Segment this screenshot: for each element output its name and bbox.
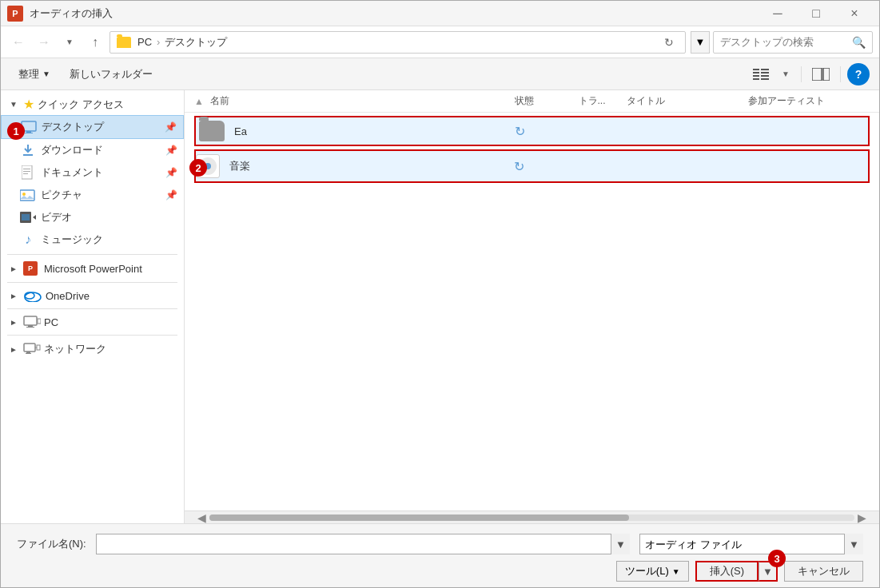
- toolbar: 整理 ▼ 新しいフォルダー ▼ ?: [1, 58, 879, 90]
- search-box: 🔍: [713, 31, 873, 54]
- scroll-left[interactable]: ◀: [197, 511, 206, 524]
- network-icon: [23, 343, 41, 356]
- address-dropdown[interactable]: ▼: [691, 31, 710, 54]
- file-list: 2 Ea ↻: [185, 113, 879, 511]
- filetype-select[interactable]: オーディオ ファイル: [639, 534, 863, 554]
- bottom-bar: ファイル名(N): ▼ オーディオ ファイル ▼ ツール(L) ▼: [1, 523, 879, 587]
- sidebar-section-ppt[interactable]: ► P Microsoft PowerPoint: [1, 258, 184, 279]
- svg-rect-24: [24, 316, 37, 325]
- up-button[interactable]: ↑: [84, 31, 106, 54]
- svg-rect-9: [823, 68, 830, 81]
- label-badge-2: 2: [189, 159, 207, 177]
- col-artist[interactable]: 参加アーティスト: [748, 94, 870, 108]
- scrollbar-track[interactable]: [209, 514, 854, 521]
- download-icon: [20, 144, 36, 157]
- address-refresh[interactable]: ↻: [659, 33, 679, 52]
- col-title[interactable]: タイトル: [627, 94, 748, 108]
- sidebar-item-video[interactable]: ビデオ: [1, 206, 184, 228]
- new-folder-label: 新しいフォルダー: [70, 67, 153, 81]
- svg-rect-30: [26, 353, 31, 354]
- tools-arrow: ▼: [672, 567, 680, 576]
- col-status[interactable]: 状態: [515, 94, 579, 108]
- svg-rect-16: [23, 173, 28, 174]
- svg-rect-21: [22, 214, 30, 220]
- sidebar-item-video-label: ビデオ: [41, 210, 72, 224]
- onedrive-icon: [23, 289, 42, 302]
- preview-button[interactable]: [808, 62, 834, 86]
- svg-rect-31: [37, 345, 40, 350]
- help-button[interactable]: ?: [847, 63, 870, 85]
- address-arrow-1: ›: [157, 36, 160, 48]
- view-dropdown[interactable]: ▼: [777, 62, 794, 86]
- sidebar-item-music-label: ミュージック: [41, 232, 103, 247]
- sidebar-section-pc[interactable]: ► PC: [1, 312, 184, 332]
- close-button[interactable]: ×: [836, 1, 873, 26]
- column-headers: ▲ 名前 状態 トラ... タイトル 参加アーティスト: [185, 90, 879, 113]
- address-box[interactable]: PC › デスクトップ ↻: [110, 31, 686, 54]
- new-folder-button[interactable]: 新しいフォルダー: [62, 62, 161, 86]
- scroll-right[interactable]: ▶: [858, 511, 866, 524]
- forward-button[interactable]: →: [33, 31, 55, 54]
- search-input[interactable]: [720, 36, 849, 48]
- label-badge-3: 3: [768, 550, 786, 567]
- cancel-button[interactable]: キャンセル: [784, 561, 863, 582]
- tools-label: ツール(L): [625, 564, 669, 578]
- tools-button[interactable]: ツール(L) ▼: [616, 561, 689, 582]
- organize-label: 整理: [18, 67, 39, 81]
- expand-icon-network: ►: [7, 343, 20, 356]
- svg-rect-28: [24, 344, 35, 352]
- minimize-button[interactable]: ─: [759, 1, 796, 26]
- pin-icon-pictures: 📌: [165, 189, 177, 201]
- sidebar-item-document[interactable]: ドキュメント 📌: [1, 161, 184, 184]
- scrollbar-thumb[interactable]: [209, 514, 629, 521]
- pin-icon-download: 📌: [165, 145, 177, 156]
- svg-rect-0: [753, 69, 759, 70]
- file-name-1: 音楽: [229, 159, 508, 173]
- svg-rect-2: [753, 75, 759, 77]
- svg-rect-6: [761, 75, 769, 77]
- svg-rect-11: [26, 131, 31, 133]
- col-name[interactable]: 名前: [210, 94, 515, 108]
- dropdown-button[interactable]: ▼: [58, 31, 81, 54]
- sidebar-section-onedrive[interactable]: ► OneDrive: [1, 286, 184, 305]
- addressbar: ← → ▼ ↑ PC › デスクトップ ↻ ▼ 🔍: [1, 26, 879, 58]
- search-icon[interactable]: 🔍: [852, 36, 866, 49]
- sidebar-divider-4: [7, 335, 177, 336]
- file-name-0: Ea: [234, 125, 508, 137]
- pc-icon: [23, 316, 41, 328]
- sidebar-item-music[interactable]: ♪ ミュージック: [1, 228, 184, 251]
- sidebar-section-quick-access[interactable]: ▼ ★ クイック アクセス: [1, 93, 184, 115]
- folder-gray-icon: [199, 121, 225, 141]
- music-icon: ♪: [20, 233, 36, 246]
- sidebar-item-desktop-label: デスクトップ: [42, 120, 104, 134]
- sidebar-item-download[interactable]: ダウンロード 📌: [1, 139, 184, 161]
- svg-rect-7: [761, 78, 769, 80]
- sort-arrow: ▲: [194, 96, 204, 107]
- insert-button-group: 挿入(S) ▼: [695, 561, 778, 582]
- insert-button[interactable]: 挿入(S): [695, 561, 759, 582]
- table-row[interactable]: 音楽 ↻: [194, 149, 870, 183]
- back-button[interactable]: ←: [7, 31, 30, 54]
- filename-input[interactable]: [96, 534, 630, 554]
- filename-row: ファイル名(N): ▼ オーディオ ファイル ▼: [17, 534, 863, 554]
- maximize-button[interactable]: □: [798, 1, 834, 26]
- sidebar-onedrive-label: OneDrive: [46, 290, 90, 302]
- sidebar-ppt-label: Microsoft PowerPoint: [44, 263, 142, 275]
- sidebar-section-network[interactable]: ► ネットワーク: [1, 339, 184, 360]
- titlebar-controls: ─ □ ×: [759, 1, 873, 26]
- table-row[interactable]: Ea ↻: [194, 116, 870, 146]
- organize-button[interactable]: 整理 ▼: [10, 62, 58, 86]
- sidebar-item-pictures[interactable]: ピクチャ 📌: [1, 184, 184, 206]
- video-icon: [20, 211, 36, 224]
- svg-rect-8: [812, 68, 822, 81]
- sidebar-item-desktop[interactable]: デスクトップ 📌: [1, 115, 184, 139]
- col-track[interactable]: トラ...: [579, 94, 627, 108]
- dialog: P オーディオの挿入 ─ □ × ← → ▼ ↑ PC › デスクトップ ↻ ▼…: [0, 0, 880, 588]
- content-area: ▲ 名前 状態 トラ... タイトル 参加アーティスト 2 Ea ↻: [185, 90, 879, 523]
- svg-rect-26: [26, 327, 34, 328]
- svg-rect-13: [22, 165, 32, 179]
- svg-rect-15: [23, 171, 30, 172]
- address-pc: PC: [137, 36, 152, 48]
- view-details-button[interactable]: [748, 62, 774, 86]
- filename-dropdown-arrow[interactable]: ▼: [611, 534, 630, 554]
